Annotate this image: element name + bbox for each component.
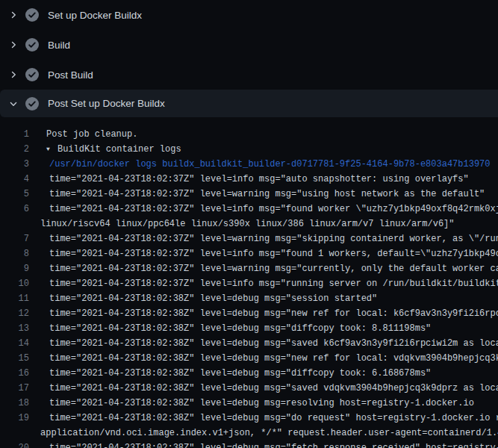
log-text: time="2021-04-23T18:02:38Z" level=debug … — [0, 306, 498, 321]
log-text: time="2021-04-23T18:02:37Z" level=info m… — [0, 246, 498, 261]
log-line-continuation: linux/riscv64 linux/ppc64le linux/s390x … — [0, 217, 498, 231]
group-expand-triangle-icon[interactable]: ▼ — [46, 142, 50, 157]
log-text: time="2021-04-23T18:02:37Z" level=info m… — [0, 276, 498, 291]
log-line-number[interactable]: 6 — [0, 202, 29, 217]
step-label: Post Set up Docker Buildx — [48, 98, 165, 109]
step-row-build[interactable]: Build — [0, 30, 498, 60]
step-row-post-build[interactable]: Post Build — [0, 60, 498, 90]
log-line-number[interactable]: 10 — [0, 276, 29, 291]
chevron-right-icon — [9, 40, 18, 49]
log-line-number[interactable]: 1 — [0, 127, 29, 142]
step-label: Build — [48, 40, 70, 51]
log-line: 5time="2021-04-23T18:02:37Z" level=warni… — [0, 187, 498, 202]
log-line: 13time="2021-04-23T18:02:38Z" level=debu… — [0, 321, 498, 336]
log-line-number[interactable]: 11 — [0, 291, 29, 306]
log-line-number[interactable]: 4 — [0, 172, 29, 187]
step-label: Post Build — [48, 69, 93, 81]
steps-list: Set up Docker Buildx Build Post Build Po… — [0, 0, 498, 117]
log-line-number[interactable]: 17 — [0, 381, 29, 396]
step-row-setup-docker-buildx[interactable]: Set up Docker Buildx — [0, 0, 498, 30]
log-command-text: /usr/bin/docker logs buildx_buildkit_bui… — [0, 157, 491, 172]
log-line-number[interactable]: 3 — [0, 157, 29, 172]
log-line: 8time="2021-04-23T18:02:37Z" level=info … — [0, 246, 498, 261]
log-text: time="2021-04-23T18:02:38Z" level=debug … — [0, 321, 431, 336]
check-circle-icon — [25, 38, 39, 52]
log-line-number[interactable]: 15 — [0, 351, 29, 366]
log-text: time="2021-04-23T18:02:37Z" level=warnin… — [0, 261, 498, 276]
log-text: time="2021-04-23T18:02:38Z" level=debug … — [0, 336, 498, 351]
log-text: time="2021-04-23T18:02:38Z" level=debug … — [0, 291, 377, 306]
log-text: time="2021-04-23T18:02:38Z" level=debug … — [0, 351, 498, 366]
log-line: 12time="2021-04-23T18:02:38Z" level=debu… — [0, 306, 498, 321]
log-line: 17time="2021-04-23T18:02:38Z" level=debu… — [0, 381, 498, 396]
log-text: application/vnd.oci.image.index.v1+json,… — [0, 426, 498, 441]
log-line: 11time="2021-04-23T18:02:38Z" level=debu… — [0, 291, 498, 306]
log-line-number[interactable]: 12 — [0, 306, 29, 321]
log-line-number[interactable]: 19 — [0, 411, 29, 426]
log-line: 6time="2021-04-23T18:02:37Z" level=info … — [0, 202, 498, 217]
log-line: 9time="2021-04-23T18:02:37Z" level=warni… — [0, 261, 498, 276]
log-line-number[interactable]: 16 — [0, 366, 29, 381]
log-line-number[interactable]: 9 — [0, 261, 29, 276]
log-line-number[interactable]: 14 — [0, 336, 29, 351]
log-line: 10time="2021-04-23T18:02:37Z" level=info… — [0, 276, 498, 291]
check-circle-icon — [25, 68, 39, 81]
log-line: 15time="2021-04-23T18:02:38Z" level=debu… — [0, 351, 498, 366]
log-line-number[interactable]: 8 — [0, 246, 29, 261]
log-line: 19time="2021-04-23T18:02:38Z" level=debu… — [0, 411, 498, 426]
log-line-number[interactable]: 13 — [0, 321, 29, 336]
log-line-number[interactable]: 5 — [0, 187, 29, 202]
log-text: time="2021-04-23T18:02:38Z" level=debug … — [0, 441, 498, 448]
log-line: 14time="2021-04-23T18:02:38Z" level=debu… — [0, 336, 498, 351]
log-text: time="2021-04-23T18:02:38Z" level=debug … — [0, 396, 474, 411]
check-circle-icon — [25, 97, 39, 111]
log-line: 7time="2021-04-23T18:02:37Z" level=warni… — [0, 231, 498, 246]
log-line-number[interactable]: 7 — [0, 231, 29, 246]
log-text: time="2021-04-23T18:02:37Z" level=info m… — [0, 202, 498, 217]
log-line-number[interactable]: 2 — [0, 142, 29, 157]
log-line: 3/usr/bin/docker logs buildx_buildkit_bu… — [0, 157, 498, 172]
log-line: 1Post job cleanup. — [0, 127, 498, 142]
log-text: time="2021-04-23T18:02:38Z" level=debug … — [0, 411, 498, 426]
chevron-right-icon — [9, 10, 18, 19]
log-line-continuation: application/vnd.oci.image.index.v1+json,… — [0, 426, 498, 441]
log-text: time="2021-04-23T18:02:37Z" level=info m… — [0, 172, 469, 187]
log-line: 4time="2021-04-23T18:02:37Z" level=info … — [0, 172, 498, 187]
log-text: time="2021-04-23T18:02:38Z" level=debug … — [0, 381, 498, 396]
log-line: 16time="2021-04-23T18:02:38Z" level=debu… — [0, 366, 498, 381]
log-lines: 1Post job cleanup.2▼BuildKit container l… — [0, 117, 498, 448]
chevron-right-icon — [9, 70, 18, 79]
step-row-post-setup-docker-buildx[interactable]: Post Set up Docker Buildx — [0, 90, 498, 117]
step-label: Set up Docker Buildx — [48, 10, 142, 21]
log-line: 20time="2021-04-23T18:02:38Z" level=debu… — [0, 441, 498, 448]
log-line-number[interactable]: 18 — [0, 396, 29, 411]
log-line-number[interactable]: 20 — [0, 441, 29, 448]
chevron-down-icon — [9, 99, 18, 108]
log-line: 2▼BuildKit container logs — [0, 142, 498, 157]
log-text: time="2021-04-23T18:02:37Z" level=warnin… — [0, 231, 498, 246]
log-line: 18time="2021-04-23T18:02:38Z" level=debu… — [0, 396, 498, 411]
log-text: time="2021-04-23T18:02:37Z" level=warnin… — [0, 187, 485, 202]
check-circle-icon — [25, 8, 39, 22]
log-text: linux/riscv64 linux/ppc64le linux/s390x … — [0, 217, 455, 231]
log-text: time="2021-04-23T18:02:38Z" level=debug … — [0, 366, 431, 381]
